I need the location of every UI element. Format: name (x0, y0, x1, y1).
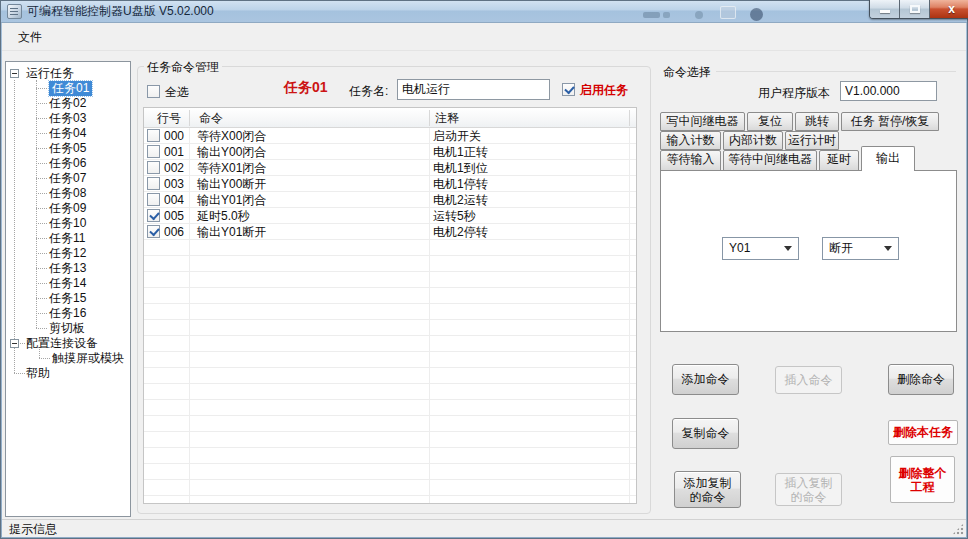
minimize-button[interactable] (870, 0, 900, 18)
minimize-icon (880, 10, 890, 13)
row-line-number: 000 (164, 128, 184, 144)
tree-item-task-12[interactable]: 任务12 (6, 246, 130, 261)
tree-item-device-config[interactable]: 配置连接设备 (6, 336, 130, 351)
row-command: 输出Y00闭合 (197, 144, 266, 160)
tree-item-task-16[interactable]: 任务16 (6, 306, 130, 321)
tree-item-task-14[interactable]: 任务14 (6, 276, 130, 291)
command-row-000[interactable]: 000 等待X00闭合 启动开关 (144, 128, 636, 144)
tree-item-task-03[interactable]: 任务03 (6, 111, 130, 126)
command-row-002[interactable]: 002 等待X01闭合 电机1到位 (144, 160, 636, 176)
menu-file[interactable]: 文件 (8, 24, 52, 50)
tree-item-task-02[interactable]: 任务02 (6, 96, 130, 111)
tab-delay[interactable]: 延时 (819, 150, 859, 171)
program-version-label: 用户程序版本 (758, 85, 830, 101)
tree-item-task-06[interactable]: 任务06 (6, 156, 130, 171)
row-checkbox[interactable] (147, 225, 160, 238)
tree-item-help[interactable]: 帮助 (6, 366, 130, 381)
command-row-003[interactable]: 003 输出Y00断开 电机1停转 (144, 176, 636, 192)
task-command-group-label: 任务命令管理 (144, 59, 222, 76)
select-all-checkbox[interactable] (147, 85, 160, 98)
output-port-value: Y01 (729, 238, 750, 259)
tree-item-task-07[interactable]: 任务07 (6, 171, 130, 186)
enable-task-checkbox[interactable] (562, 83, 575, 96)
tree-item-task-10[interactable]: 任务10 (6, 216, 130, 231)
command-table: 行号 命令 注释 000 等待X00闭合 启动开关 001 输出Y00闭合 电机… (143, 107, 637, 504)
command-row-006[interactable]: 006 输出Y01断开 电机2停转 (144, 224, 636, 240)
app-icon (7, 4, 22, 19)
program-version-input[interactable] (840, 81, 937, 101)
resize-grip[interactable] (952, 523, 964, 535)
tab-wait-input[interactable]: 等待输入 (660, 150, 721, 171)
tree-item-task-04[interactable]: 任务04 (6, 126, 130, 141)
delete-task-button[interactable]: 删除本任务 (888, 420, 958, 445)
collapse-icon[interactable] (10, 339, 19, 348)
status-bar: 提示信息 (1, 519, 967, 538)
enable-task-label[interactable]: 启用任务 (580, 83, 628, 97)
task-name-label: 任务名: (349, 84, 388, 99)
row-checkbox[interactable] (147, 161, 160, 174)
tree-item-touchscreen-module[interactable]: 触摸屏或模块 (6, 351, 130, 366)
row-command: 延时5.0秒 (197, 208, 250, 224)
maximize-button[interactable] (900, 0, 930, 18)
delete-project-button[interactable]: 删除整个工程 (890, 456, 955, 503)
tab-write-intermediate-relay[interactable]: 写中间继电器 (660, 112, 745, 131)
tree-item-task-05[interactable]: 任务05 (6, 141, 130, 156)
tab-input-count[interactable]: 输入计数 (660, 131, 721, 150)
tab-output[interactable]: 输出 (861, 146, 915, 171)
header-separator (189, 110, 190, 126)
tree-item-task-11[interactable]: 任务11 (6, 231, 130, 246)
row-checkbox[interactable] (147, 129, 160, 142)
port-state-value: 断开 (829, 238, 853, 259)
output-port-dropdown[interactable]: Y01 (722, 237, 799, 260)
task-name-input[interactable] (397, 79, 550, 100)
command-select-group-label: 命令选择 (660, 64, 714, 81)
tree-item-run-tasks[interactable]: 运行任务 (6, 66, 130, 81)
close-button[interactable]: x (930, 0, 968, 18)
row-checkbox[interactable] (147, 177, 160, 190)
header-command[interactable]: 命令 (199, 108, 223, 128)
title-bar: 可编程智能控制器U盘版 V5.02.000 (0, 0, 968, 23)
command-row-005[interactable]: 005 延时5.0秒 运转5秒 (144, 208, 636, 224)
row-note: 运转5秒 (433, 208, 476, 224)
port-state-dropdown[interactable]: 断开 (822, 237, 899, 260)
row-checkbox[interactable] (147, 145, 160, 158)
delete-command-button[interactable]: 删除命令 (888, 364, 954, 395)
titlebar-reflection (695, 11, 703, 19)
row-command: 等待X00闭合 (197, 128, 266, 144)
add-command-button[interactable]: 添加命令 (672, 364, 739, 395)
titlebar-reflection (663, 12, 670, 18)
tab-task-pause-resume[interactable]: 任务 暂停/恢复 (841, 112, 939, 131)
header-separator (429, 110, 430, 126)
tab-internal-count[interactable]: 内部计数 (723, 131, 783, 150)
copy-command-button[interactable]: 复制命令 (672, 418, 739, 449)
task-badge: 任务01 (284, 79, 328, 97)
tab-reset[interactable]: 复位 (747, 112, 793, 131)
tree-item-task-13[interactable]: 任务13 (6, 261, 130, 276)
command-row-004[interactable]: 004 输出Y01闭合 电机2运转 (144, 192, 636, 208)
titlebar-reflection (643, 12, 660, 18)
menu-bar: 文件 (1, 24, 967, 51)
window-title: 可编程智能控制器U盘版 V5.02.000 (27, 4, 214, 19)
tree-item-clipboard[interactable]: 剪切板 (6, 321, 130, 336)
tab-wait-intermediate-relay[interactable]: 等待中间继电器 (723, 150, 817, 171)
row-line-number: 005 (164, 208, 184, 224)
row-checkbox[interactable] (147, 209, 160, 222)
tree-item-task-01[interactable]: 任务01 (6, 81, 130, 96)
header-line-number[interactable]: 行号 (157, 108, 181, 128)
insert-command-button: 插入命令 (775, 366, 842, 394)
tree-item-task-09[interactable]: 任务09 (6, 201, 130, 216)
add-copied-command-button[interactable]: 添加复制的命令 (674, 471, 741, 508)
command-row-001[interactable]: 001 输出Y00闭合 电机1正转 (144, 144, 636, 160)
tree-item-task-08[interactable]: 任务08 (6, 186, 130, 201)
select-all-label[interactable]: 全选 (165, 85, 189, 99)
window-controls: x (869, 0, 968, 19)
header-note[interactable]: 注释 (435, 108, 459, 128)
row-checkbox[interactable] (147, 193, 160, 206)
collapse-icon[interactable] (10, 69, 19, 78)
row-command: 输出Y01闭合 (197, 192, 266, 208)
row-line-number: 003 (164, 176, 184, 192)
tree-item-task-15[interactable]: 任务15 (6, 291, 130, 306)
titlebar-reflection (720, 6, 736, 19)
tab-jump[interactable]: 跳转 (795, 112, 839, 131)
tab-run-timer[interactable]: 运行计时 (785, 131, 839, 150)
